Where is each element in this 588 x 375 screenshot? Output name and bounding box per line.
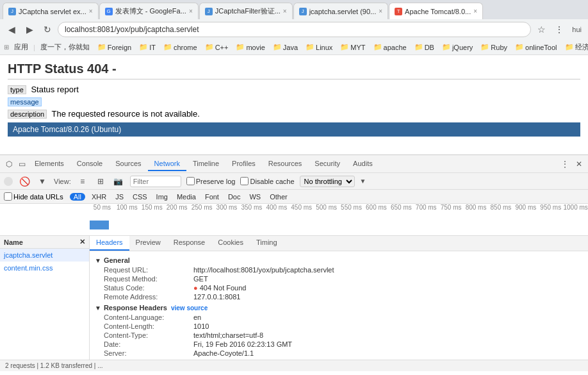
bm-foreign[interactable]: 📁 Foreign bbox=[95, 43, 134, 51]
tab-close-2[interactable]: × bbox=[189, 8, 193, 15]
response-headers-section-header[interactable]: ▼ Response Headers view source bbox=[95, 301, 583, 313]
det-tab-headers[interactable]: Headers bbox=[90, 236, 129, 251]
details-content: ▼ General Request URL: http://localhost:… bbox=[90, 251, 588, 360]
bm-ruby[interactable]: 📁 Ruby bbox=[478, 43, 510, 51]
clear-button[interactable]: 🚫 bbox=[18, 175, 31, 188]
devtools-mobile-icon[interactable]: ▭ bbox=[15, 158, 28, 171]
filter-ws[interactable]: WS bbox=[245, 192, 265, 201]
status-code-val: 404 Not Found bbox=[193, 284, 246, 292]
filter-input[interactable] bbox=[130, 176, 181, 187]
tab-audits[interactable]: Audits bbox=[347, 157, 379, 171]
tab-network[interactable]: Network bbox=[148, 157, 186, 171]
nav-bar: ◀ ▶ ↻ ☆ ⋮ hui bbox=[0, 19, 588, 40]
tab-close-1[interactable]: × bbox=[89, 8, 93, 15]
file-item-css[interactable]: content.min.css bbox=[0, 262, 89, 274]
response-headers-view-source[interactable]: view source bbox=[171, 304, 208, 312]
network-panel: Name ✕ jcaptcha.servlet content.min.css … bbox=[0, 236, 588, 360]
filter-other[interactable]: Other bbox=[266, 192, 291, 201]
tab-3[interactable]: J JCaptchaFilter验证... × bbox=[199, 3, 293, 19]
view-list-icon[interactable]: ≡ bbox=[76, 175, 89, 188]
rh-content-length-val: 1010 bbox=[193, 322, 209, 330]
tab-1[interactable]: J JCaptcha servlet ex... × bbox=[3, 3, 99, 19]
file-item-jcaptcha[interactable]: jcaptcha.servlet bbox=[0, 249, 89, 262]
tab-close-5[interactable]: × bbox=[473, 8, 477, 15]
bm-db[interactable]: 📁 DB bbox=[412, 43, 437, 51]
bm-myt[interactable]: 📁 MYT bbox=[338, 43, 368, 51]
view-grid-icon[interactable]: ⊞ bbox=[94, 175, 107, 188]
devtools-more-icon[interactable]: ⋮ bbox=[559, 158, 571, 171]
tab-resources[interactable]: Resources bbox=[262, 157, 309, 171]
filter-type-all[interactable]: All bbox=[70, 193, 85, 201]
tab-2[interactable]: G 发表博文 - GoogleFa... × bbox=[99, 3, 199, 19]
file-list-header: Name ✕ bbox=[0, 236, 89, 249]
request-method-key: Request Method: bbox=[104, 275, 193, 283]
tab-close-3[interactable]: × bbox=[283, 8, 287, 15]
disable-cache-checkbox[interactable]: Disable cache bbox=[240, 177, 294, 185]
settings-button[interactable]: ⋮ bbox=[551, 22, 567, 37]
file-list-close-icon[interactable]: ✕ bbox=[79, 238, 85, 246]
address-bar[interactable] bbox=[58, 22, 531, 37]
bm-it[interactable]: 📁 IT bbox=[136, 43, 158, 51]
tl-850: 850 ms bbox=[489, 204, 514, 214]
forward-button[interactable]: ▶ bbox=[22, 22, 37, 37]
tab-sources[interactable]: Sources bbox=[109, 157, 147, 171]
tab-timeline[interactable]: Timeline bbox=[186, 157, 225, 171]
bm-movie[interactable]: 📁 movie bbox=[233, 43, 267, 51]
det-tab-preview[interactable]: Preview bbox=[129, 236, 167, 251]
bm-economy[interactable]: 📁 经济 bbox=[562, 42, 588, 52]
capture-screenshot-icon[interactable]: 📷 bbox=[112, 175, 125, 188]
status-code-row: Status Code: 404 Not Found bbox=[95, 283, 583, 292]
rh-server-val: Apache-Coyote/1.1 bbox=[193, 349, 254, 357]
file-list-name-col: Name bbox=[4, 238, 23, 246]
bm-apps[interactable]: 应用 bbox=[12, 42, 31, 52]
filter-js[interactable]: JS bbox=[111, 192, 127, 201]
devtools-panel: ⬡ ▭ Elements Console Sources Network Tim… bbox=[0, 154, 588, 371]
tab-close-4[interactable]: × bbox=[379, 8, 382, 15]
bm-cpp[interactable]: 📁 C++ bbox=[202, 43, 231, 51]
back-button[interactable]: ◀ bbox=[4, 22, 19, 37]
bm-onlinetool[interactable]: 📁 onlineTool bbox=[512, 43, 560, 51]
filter-css[interactable]: CSS bbox=[129, 192, 151, 201]
det-tab-timing[interactable]: Timing bbox=[250, 236, 284, 251]
tab-console[interactable]: Console bbox=[70, 157, 109, 171]
throttle-select[interactable]: No throttling bbox=[300, 176, 355, 187]
tab-5[interactable]: T Apache Tomcat/8.0... × bbox=[389, 3, 483, 19]
bm-chrome[interactable]: 📁 chrome bbox=[161, 43, 200, 51]
tl-500: 500 ms bbox=[314, 204, 339, 214]
description-line: description The requested resource is no… bbox=[8, 109, 580, 119]
filter-img[interactable]: Img bbox=[152, 192, 172, 201]
devtools-close-icon[interactable]: ✕ bbox=[573, 158, 585, 171]
disable-cache-toggle[interactable] bbox=[240, 177, 249, 185]
det-tab-cookies[interactable]: Cookies bbox=[211, 236, 250, 251]
bm-baidu[interactable]: 度一下，你就知 bbox=[38, 42, 92, 52]
tab-4[interactable]: J jcaptcha.servlet (90... × bbox=[293, 3, 388, 19]
hide-data-urls-checkbox[interactable]: Hide data URLs bbox=[4, 192, 63, 201]
general-section-header[interactable]: ▼ General bbox=[95, 254, 583, 265]
status-bar-text: 2 requests | 1.2 KB transferred | ... bbox=[5, 362, 103, 369]
bm-linux[interactable]: 📁 Linux bbox=[303, 43, 335, 51]
file-list: Name ✕ jcaptcha.servlet content.min.css bbox=[0, 236, 90, 360]
tab-elements[interactable]: Elements bbox=[28, 157, 70, 171]
hide-data-urls-toggle[interactable] bbox=[4, 192, 12, 201]
bm-jquery[interactable]: 📁 jQuery bbox=[439, 43, 475, 51]
bookmark-button[interactable]: ☆ bbox=[534, 22, 549, 37]
preserve-log-checkbox[interactable]: Preserve log bbox=[186, 177, 236, 185]
tl-800: 800 ms bbox=[464, 204, 489, 214]
preserve-log-toggle[interactable] bbox=[186, 177, 195, 185]
bm-myt-label: MYT bbox=[350, 44, 365, 51]
bm-apache[interactable]: 📁 apache bbox=[371, 43, 409, 51]
rh-content-type-val: text/html;charset=utf-8 bbox=[193, 331, 263, 339]
filter-xhr[interactable]: XHR bbox=[88, 192, 110, 201]
tab-profiles[interactable]: Profiles bbox=[225, 157, 262, 171]
det-tab-response[interactable]: Response bbox=[167, 236, 212, 251]
filter-font[interactable]: Font bbox=[201, 192, 223, 201]
bm-java[interactable]: 📁 Java bbox=[270, 43, 300, 51]
filter-doc[interactable]: Doc bbox=[224, 192, 245, 201]
message-line: message bbox=[8, 97, 580, 106]
record-button[interactable] bbox=[4, 177, 13, 186]
filter-toggle-icon[interactable]: ▼ bbox=[36, 175, 49, 188]
reload-button[interactable]: ↻ bbox=[40, 22, 55, 37]
devtools-cursor-icon[interactable]: ⬡ bbox=[3, 158, 15, 171]
filter-media[interactable]: Media bbox=[173, 192, 200, 201]
tab-security[interactable]: Security bbox=[308, 157, 347, 171]
